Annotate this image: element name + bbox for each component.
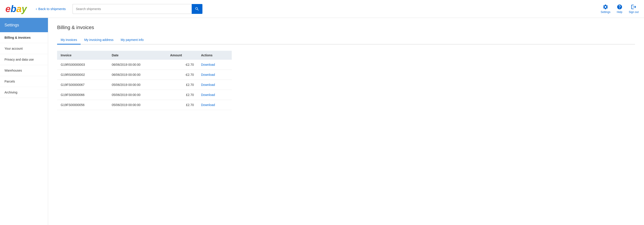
back-to-shipments-link[interactable]: ‹ Back to shipments xyxy=(36,7,66,11)
logo-a: a xyxy=(16,3,22,14)
invoice-action: Download xyxy=(198,80,232,90)
invoice-amount: £2.70 xyxy=(166,80,198,90)
invoice-id: G19RS00000003 xyxy=(57,60,108,70)
logo-e: e xyxy=(5,3,10,14)
invoice-date: 06/06/2019 00:00:00 xyxy=(108,70,166,80)
table-header-row: Invoice Date Amount Actions xyxy=(57,51,232,60)
invoice-id: G19FS00000066 xyxy=(57,90,108,100)
table-row: G19FS00000056 05/06/2019 00:00:00 £2.70 … xyxy=(57,100,232,110)
invoice-amount: -£2.70 xyxy=(166,70,198,80)
sidebar-title: Settings xyxy=(0,18,48,32)
gear-icon xyxy=(602,4,608,10)
settings-button[interactable]: Settings xyxy=(601,4,610,14)
download-link[interactable]: Download xyxy=(201,103,215,107)
invoice-amount: £2.70 xyxy=(166,90,198,100)
download-link[interactable]: Download xyxy=(201,93,215,97)
help-label: Help xyxy=(617,10,622,14)
logo-y: y xyxy=(22,3,27,14)
col-date: Date xyxy=(108,51,166,60)
signout-icon xyxy=(631,4,636,10)
table-row: G19RS00000002 06/06/2019 00:00:00 -£2.70… xyxy=(57,70,232,80)
invoice-id: G19FS00000056 xyxy=(57,100,108,110)
invoice-id: G19FS00000067 xyxy=(57,80,108,90)
download-link[interactable]: Download xyxy=(201,63,215,66)
invoice-action: Download xyxy=(198,60,232,70)
sidebar-item-privacy[interactable]: Privacy and data use xyxy=(0,54,48,65)
header-actions: Settings Help Sign out xyxy=(601,4,639,14)
tab-payment-info[interactable]: My payment info xyxy=(117,36,147,44)
invoice-amount: -£2.70 xyxy=(166,60,198,70)
invoice-date: 05/06/2019 00:00:00 xyxy=(108,80,166,90)
search-button[interactable] xyxy=(192,4,202,14)
sidebar-item-billing[interactable]: Billing & invoices xyxy=(0,32,48,43)
invoice-action: Download xyxy=(198,90,232,100)
sidebar: Settings Billing & invoices Your account… xyxy=(0,18,48,225)
invoice-amount: £2.70 xyxy=(166,100,198,110)
table-row: G19FS00000067 05/06/2019 00:00:00 £2.70 … xyxy=(57,80,232,90)
back-label: Back to shipments xyxy=(38,7,66,11)
table-row: G19FS00000066 05/06/2019 00:00:00 £2.70 … xyxy=(57,90,232,100)
signout-label: Sign out xyxy=(629,10,639,14)
invoice-date: 05/06/2019 00:00:00 xyxy=(108,100,166,110)
sidebar-item-parcels[interactable]: Parcels xyxy=(0,76,48,87)
invoice-action: Download xyxy=(198,70,232,80)
help-icon xyxy=(617,4,622,10)
col-actions: Actions xyxy=(198,51,232,60)
search-icon xyxy=(195,7,199,11)
layout: Settings Billing & invoices Your account… xyxy=(0,18,644,225)
header: e b a y ‹ Back to shipments Settings xyxy=(0,0,644,18)
download-link[interactable]: Download xyxy=(201,73,215,76)
sidebar-item-archiving[interactable]: Archiving xyxy=(0,87,48,98)
settings-label: Settings xyxy=(601,10,610,14)
main-content: Billing & invoices My invoices My invoic… xyxy=(48,18,644,225)
download-link[interactable]: Download xyxy=(201,83,215,87)
tab-invoicing-address[interactable]: My invoicing address xyxy=(80,36,117,44)
col-invoice: Invoice xyxy=(57,51,108,60)
invoice-table: Invoice Date Amount Actions G19RS0000000… xyxy=(57,51,232,110)
sidebar-item-account[interactable]: Your account xyxy=(0,43,48,54)
invoice-date: 05/06/2019 00:00:00 xyxy=(108,90,166,100)
search-input[interactable] xyxy=(72,4,192,14)
logo-b: b xyxy=(10,3,16,14)
search-bar xyxy=(72,4,202,14)
tabs: My invoices My invoicing address My paym… xyxy=(57,36,635,44)
help-button[interactable]: Help xyxy=(617,4,622,14)
invoice-date: 06/06/2019 00:00:00 xyxy=(108,60,166,70)
logo[interactable]: e b a y xyxy=(5,3,27,14)
chevron-left-icon: ‹ xyxy=(36,7,37,11)
invoice-action: Download xyxy=(198,100,232,110)
col-amount: Amount xyxy=(166,51,198,60)
page-title: Billing & invoices xyxy=(57,25,635,30)
tab-my-invoices[interactable]: My invoices xyxy=(57,36,80,44)
header-nav: ‹ Back to shipments xyxy=(36,4,601,14)
table-row: G19RS00000003 06/06/2019 00:00:00 -£2.70… xyxy=(57,60,232,70)
signout-button[interactable]: Sign out xyxy=(629,4,639,14)
invoice-id: G19RS00000002 xyxy=(57,70,108,80)
sidebar-item-warehouses[interactable]: Warehouses xyxy=(0,65,48,76)
